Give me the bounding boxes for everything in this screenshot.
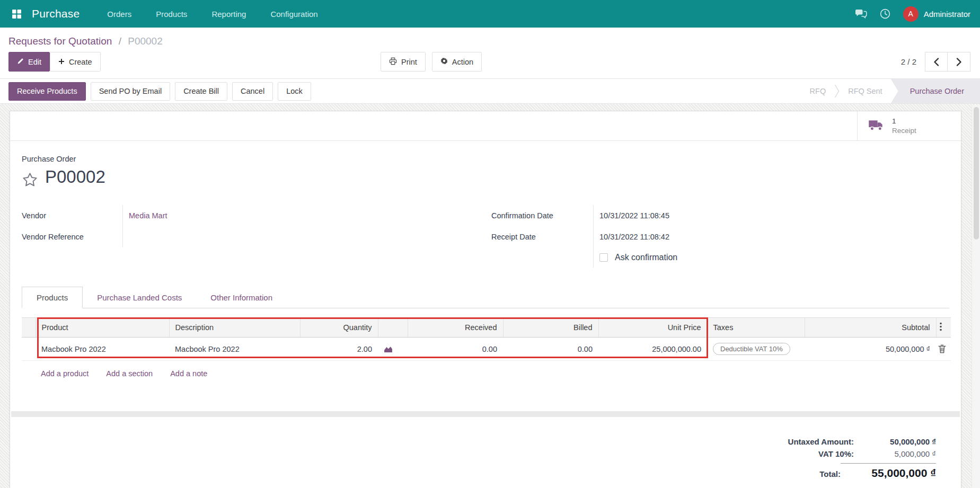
col-unit-price: Unit Price bbox=[598, 318, 707, 338]
breadcrumb: Requests for Quotation / P00002 bbox=[8, 34, 972, 48]
receipt-truck-icon bbox=[868, 119, 885, 134]
untaxed-amount-value: 50,000,000 ₫ bbox=[854, 437, 936, 446]
col-quantity: Quantity bbox=[300, 318, 378, 338]
order-line-row[interactable]: Macbook Pro 2022 Macbook Pro 2022 2.00 0… bbox=[22, 338, 951, 361]
breadcrumb-requests-for-quotation[interactable]: Requests for Quotation bbox=[8, 36, 112, 47]
purchase-order-form-page: { "nav": { "app_name": "Purchase", "menu… bbox=[0, 0, 980, 488]
tab-purchase-landed-costs[interactable]: Purchase Landed Costs bbox=[83, 287, 196, 308]
cell-unit-price: 25,000,000.00 bbox=[598, 338, 707, 361]
vat-value: 5,000,000 ₫ bbox=[854, 449, 936, 458]
favorite-star-icon[interactable] bbox=[22, 172, 38, 188]
breadcrumb-current-record: P00002 bbox=[128, 36, 163, 47]
edit-button[interactable]: Edit bbox=[8, 52, 50, 72]
action-button[interactable]: Action bbox=[432, 52, 482, 72]
receipt-count: 1 bbox=[892, 117, 916, 126]
delete-trash-icon[interactable] bbox=[938, 344, 949, 353]
order-type-label: Purchase Order bbox=[22, 155, 949, 163]
field-group-right: Confirmation Date Receipt Date 10/31/202… bbox=[491, 205, 809, 268]
status-steps: RFQ RFQ Sent Purchase Order bbox=[801, 79, 980, 103]
breadcrumb-separator: / bbox=[119, 36, 121, 47]
untaxed-amount-label: Untaxed Amount: bbox=[788, 437, 854, 446]
vendor-value-link[interactable]: Media Mart bbox=[129, 211, 167, 220]
step-purchase-order[interactable]: Purchase Order bbox=[891, 79, 980, 103]
print-button[interactable]: Print bbox=[381, 52, 426, 72]
vertical-scrollbar-thumb[interactable] bbox=[974, 107, 979, 239]
ask-confirmation-checkbox[interactable] bbox=[599, 253, 608, 262]
user-menu[interactable]: A Administrator bbox=[903, 6, 970, 22]
top-navbar: Purchase Orders Products Reporting Confi… bbox=[0, 0, 980, 28]
order-lines-table: Product Description Quantity Received Bi… bbox=[22, 317, 951, 361]
cell-subtotal: 50,000,000 ₫ bbox=[805, 338, 936, 361]
create-plus-icon bbox=[58, 58, 65, 66]
cell-taxes: Deductible VAT 10% bbox=[707, 338, 805, 361]
pager-prev-icon bbox=[933, 58, 939, 66]
create-bill-button[interactable]: Create Bill bbox=[175, 82, 227, 101]
action-gear-icon bbox=[440, 57, 448, 66]
optional-columns-button[interactable] bbox=[936, 318, 951, 338]
menu-products[interactable]: Products bbox=[156, 10, 187, 19]
table-header-row: Product Description Quantity Received Bi… bbox=[22, 318, 951, 338]
button-box: 1 Receipt bbox=[10, 111, 961, 141]
create-button[interactable]: Create bbox=[50, 52, 101, 72]
step-rfq-sent[interactable]: RFQ Sent bbox=[840, 79, 890, 103]
cancel-button[interactable]: Cancel bbox=[232, 82, 273, 101]
lock-button[interactable]: Lock bbox=[278, 82, 311, 101]
add-a-section-link[interactable]: Add a section bbox=[106, 369, 153, 378]
app-name[interactable]: Purchase bbox=[32, 7, 80, 20]
step-chevron-icon bbox=[834, 79, 840, 103]
vendor-reference-label: Vendor Reference bbox=[22, 226, 122, 247]
add-a-note-link[interactable]: Add a note bbox=[170, 369, 207, 378]
receipt-stat-button[interactable]: 1 Receipt bbox=[857, 111, 961, 140]
field-group-left: Vendor Vendor Reference Media Mart bbox=[22, 205, 949, 247]
cell-quantity: 2.00 bbox=[300, 338, 378, 361]
cell-received: 0.00 bbox=[408, 338, 503, 361]
receipt-label: Receipt bbox=[892, 126, 916, 136]
order-name: P00002 bbox=[45, 167, 105, 187]
col-subtotal: Subtotal bbox=[805, 318, 936, 338]
col-billed: Billed bbox=[503, 318, 598, 338]
tab-other-information[interactable]: Other Information bbox=[196, 287, 287, 308]
send-po-by-email-button[interactable]: Send PO by Email bbox=[91, 82, 170, 101]
pager-next-icon bbox=[956, 58, 962, 66]
apps-grid-icon[interactable] bbox=[10, 7, 23, 21]
pager-prev-button[interactable] bbox=[925, 52, 948, 72]
activity-clock-icon[interactable] bbox=[880, 8, 890, 19]
user-avatar: A bbox=[903, 6, 919, 22]
menu-orders[interactable]: Orders bbox=[107, 10, 131, 19]
menu-configuration[interactable]: Configuration bbox=[270, 10, 317, 19]
optional-columns-icon bbox=[940, 322, 942, 331]
horizontal-scrollbar[interactable] bbox=[11, 411, 960, 417]
user-name: Administrator bbox=[924, 10, 970, 19]
forecast-chart-icon[interactable] bbox=[384, 345, 402, 353]
form-sheet: 1 Receipt Purchase Order P00002 Vendor V… bbox=[10, 111, 961, 488]
col-forecast-spacer bbox=[378, 318, 408, 338]
main-menu: Orders Products Reporting Configuration bbox=[107, 10, 317, 19]
col-product: Product bbox=[36, 318, 169, 338]
cell-description: Macbook Pro 2022 bbox=[169, 338, 300, 361]
col-received: Received bbox=[408, 318, 503, 338]
tax-pill: Deductible VAT 10% bbox=[713, 343, 790, 355]
totals-block: Untaxed Amount: 50,000,000 ₫ VAT 10%: 5,… bbox=[708, 436, 936, 481]
notebook-tabs: Products Purchase Landed Costs Other Inf… bbox=[22, 287, 949, 308]
total-label: Total: bbox=[819, 469, 841, 478]
confirmation-date-label: Confirmation Date bbox=[491, 205, 593, 226]
chat-icon[interactable] bbox=[855, 9, 867, 19]
row-handle bbox=[22, 338, 36, 361]
total-value: 55,000,000 ₫ bbox=[841, 463, 936, 480]
receipt-date-label: Receipt Date bbox=[491, 226, 593, 247]
form-statusbar: Receive Products Send PO by Email Create… bbox=[0, 78, 980, 104]
col-taxes: Taxes bbox=[707, 318, 805, 338]
print-icon bbox=[389, 57, 397, 67]
pager-next-button[interactable] bbox=[948, 52, 970, 72]
content-area: 1 Receipt Purchase Order P00002 Vendor V… bbox=[0, 104, 980, 488]
pager-counter: 2 / 2 bbox=[901, 57, 916, 66]
receive-products-button[interactable]: Receive Products bbox=[8, 82, 86, 101]
add-a-product-link[interactable]: Add a product bbox=[41, 369, 89, 378]
tab-products[interactable]: Products bbox=[22, 287, 83, 308]
cell-billed: 0.00 bbox=[503, 338, 598, 361]
vertical-scrollbar[interactable] bbox=[972, 105, 980, 488]
step-rfq[interactable]: RFQ bbox=[801, 79, 835, 103]
receipt-date-value: 10/31/2022 11:08:42 bbox=[599, 226, 809, 247]
menu-reporting[interactable]: Reporting bbox=[211, 10, 246, 19]
confirmation-date-value: 10/31/2022 11:08:45 bbox=[599, 205, 809, 226]
